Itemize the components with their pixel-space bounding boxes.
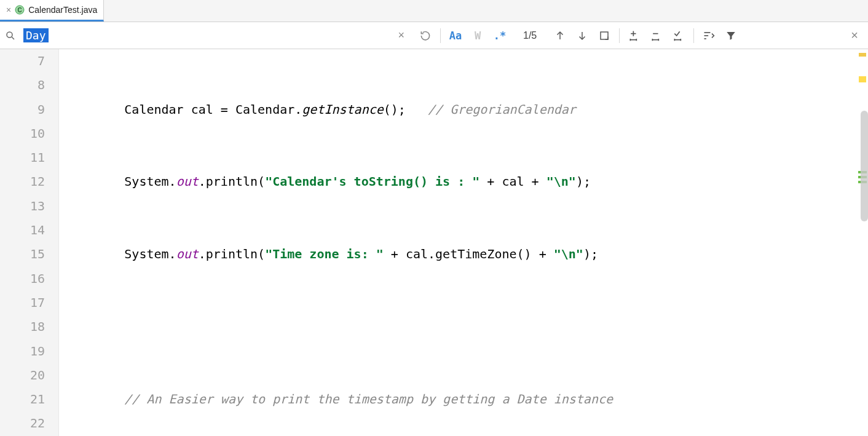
code-line: System.out.println("Calendar's toString(… xyxy=(59,170,868,194)
history-icon[interactable] xyxy=(416,26,435,46)
line-number: 22 xyxy=(0,411,45,435)
search-query-text: Day xyxy=(23,28,49,42)
code-line: Calendar cal = Calendar.getInstance(); /… xyxy=(59,98,868,122)
info-marker[interactable] xyxy=(859,76,866,82)
search-icon[interactable] xyxy=(4,29,17,42)
line-number: 16 xyxy=(0,267,45,291)
match-case-toggle[interactable]: Aa xyxy=(446,26,465,46)
vertical-scrollbar[interactable] xyxy=(861,111,868,221)
java-class-icon: C xyxy=(15,5,25,15)
separator xyxy=(693,28,694,43)
warning-marker[interactable] xyxy=(859,53,866,57)
select-all-occurrences-button[interactable] xyxy=(669,26,688,46)
line-number: 9 xyxy=(0,98,45,122)
code-line: System.out.println("Time zone is: " + ca… xyxy=(59,242,868,266)
remove-selection-button[interactable] xyxy=(647,26,666,46)
select-all-matches-button[interactable] xyxy=(594,26,614,46)
search-input[interactable]: Day × xyxy=(20,26,413,46)
editor-tab-calendartest[interactable]: × C CalendarTest.java xyxy=(0,0,104,22)
match-count: 1/5 xyxy=(512,30,548,41)
separator xyxy=(440,28,441,43)
line-number: 13 xyxy=(0,194,45,218)
close-icon[interactable]: × xyxy=(6,5,11,15)
line-number: 17 xyxy=(0,291,45,315)
line-number: 7 xyxy=(0,49,45,73)
find-toolbar: Day × Aa W .* 1/5 × xyxy=(0,22,868,49)
overview-ruler[interactable] xyxy=(857,49,868,436)
line-number: 18 xyxy=(0,315,45,339)
whole-word-toggle[interactable]: W xyxy=(468,26,487,46)
clear-search-icon[interactable]: × xyxy=(393,29,409,42)
line-number: 14 xyxy=(0,218,45,242)
regex-toggle[interactable]: .* xyxy=(490,26,510,46)
svg-rect-6 xyxy=(601,32,608,39)
close-find-bar-button[interactable]: × xyxy=(845,26,864,46)
prev-match-button[interactable] xyxy=(550,26,570,46)
line-number: 8 xyxy=(0,73,45,97)
line-number: 21 xyxy=(0,387,45,411)
svg-point-2 xyxy=(7,32,12,38)
next-match-button[interactable] xyxy=(572,26,592,46)
code-editor[interactable]: 78910111213141516171819202122 Calendar c… xyxy=(0,49,868,436)
line-number: 12 xyxy=(0,170,45,194)
line-number: 20 xyxy=(0,363,45,387)
add-selection-button[interactable] xyxy=(625,26,644,46)
editor-tab-bar: × C CalendarTest.java xyxy=(0,0,868,22)
separator xyxy=(619,28,620,43)
line-gutter: 78910111213141516171819202122 xyxy=(0,49,59,436)
tab-label: CalendarTest.java xyxy=(28,5,97,15)
line-number: 15 xyxy=(0,242,45,266)
line-number: 19 xyxy=(0,339,45,363)
svg-text:C: C xyxy=(18,7,22,14)
filter-icon[interactable] xyxy=(721,26,741,46)
code-line xyxy=(59,315,868,339)
line-number: 11 xyxy=(0,146,45,170)
svg-line-3 xyxy=(12,37,14,39)
code-line: // An Easier way to print the timestamp … xyxy=(59,387,868,411)
filter-lines-button[interactable] xyxy=(699,26,719,46)
line-number: 10 xyxy=(0,122,45,146)
code-area[interactable]: Calendar cal = Calendar.getInstance(); /… xyxy=(59,49,868,436)
